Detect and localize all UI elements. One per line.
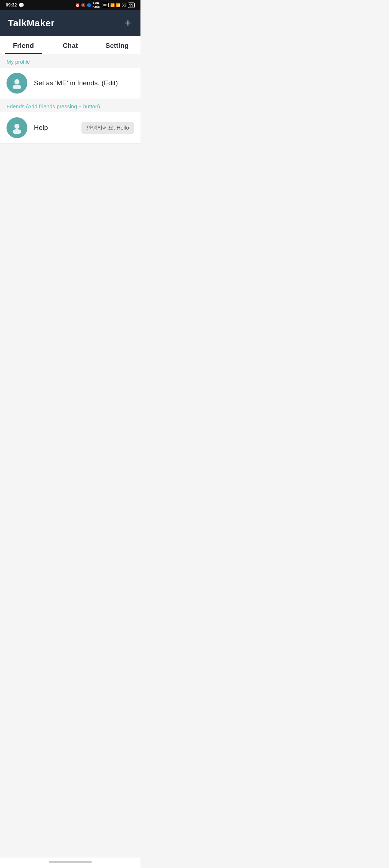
hd-icon: HD	[102, 3, 109, 7]
svg-point-3	[13, 129, 21, 134]
battery-indicator: 99	[128, 3, 135, 8]
friend-name: Help	[34, 124, 81, 132]
status-icons: ⏰ 🔕 🔵 9.00KB/S HD 📶 📶 5G 99	[75, 1, 135, 9]
5g-icon: 5G	[122, 3, 126, 7]
tab-chat[interactable]: Chat	[47, 36, 94, 54]
network-speed: 9.00KB/S	[93, 1, 100, 9]
last-message-bubble: 안녕하세요. Hello	[81, 122, 134, 134]
friend-avatar-icon	[11, 122, 23, 134]
status-bar: 09:32 💬 ⏰ 🔕 🔵 9.00KB/S HD 📶 📶 5G 99	[0, 0, 140, 10]
svg-point-0	[14, 79, 19, 84]
avatar-icon	[11, 77, 23, 89]
friend-avatar	[6, 117, 27, 138]
status-time-area: 09:32 💬	[6, 3, 24, 8]
wifi-icon: 📶	[110, 3, 115, 7]
chat-notification-icon: 💬	[18, 3, 24, 8]
svg-point-1	[13, 85, 21, 89]
app-header: TalkMaker +	[0, 10, 140, 36]
app-title: TalkMaker	[8, 18, 55, 29]
tab-friend[interactable]: Friend	[0, 36, 47, 54]
signal-icon: 📶	[116, 3, 120, 7]
friends-section-label: Friends (Add friends pressing + button)	[0, 99, 140, 112]
content-area: My profile Set as 'ME' in friends. (Edit…	[0, 54, 140, 234]
my-profile-row[interactable]: Set as 'ME' in friends. (Edit)	[0, 68, 140, 99]
alarm-icon: ⏰	[75, 3, 80, 7]
my-avatar	[6, 73, 27, 94]
svg-point-2	[14, 124, 19, 129]
add-button[interactable]: +	[123, 18, 133, 28]
my-profile-label: My profile	[0, 54, 140, 68]
tab-setting[interactable]: Setting	[94, 36, 140, 54]
battery-level: 99	[129, 3, 133, 7]
status-time: 09:32	[6, 3, 17, 8]
friend-row[interactable]: Help 안녕하세요. Hello	[0, 112, 140, 144]
mute-icon: 🔕	[81, 3, 85, 7]
bluetooth-icon: 🔵	[87, 3, 91, 7]
my-profile-name: Set as 'ME' in friends. (Edit)	[34, 79, 118, 87]
tab-bar: Friend Chat Setting	[0, 36, 140, 54]
